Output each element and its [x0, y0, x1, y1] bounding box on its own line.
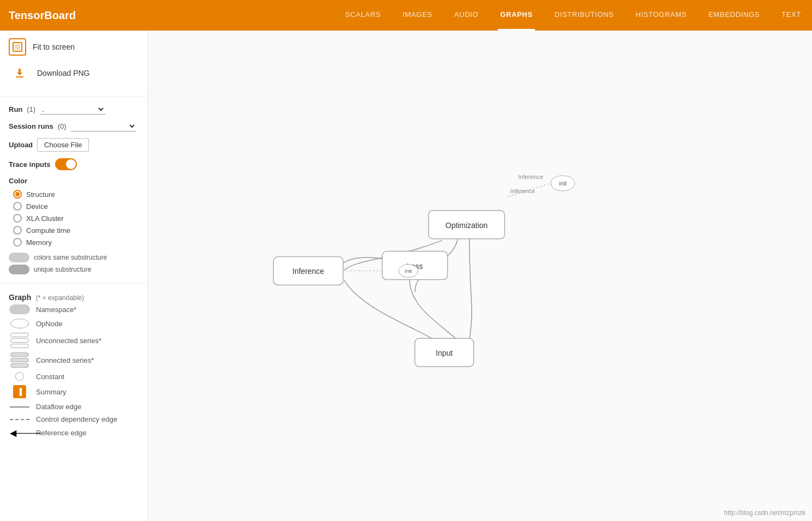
same-substructure-label: colors same substructure — [34, 254, 107, 261]
nav-histograms[interactable]: HISTOGRAMS — [634, 0, 689, 31]
upload-label: Upload — [9, 141, 33, 149]
opnode-icon — [9, 319, 31, 328]
nav-scalars[interactable]: SCALARS — [343, 0, 383, 31]
legend-dataflow: Dataflow edge — [9, 400, 139, 413]
download-png-row[interactable]: Download PNG — [9, 59, 139, 87]
nav-images[interactable]: IMAGES — [400, 0, 434, 31]
fit-section: Fit to screen Download PNG — [0, 31, 148, 92]
trace-inputs-toggle[interactable] — [55, 158, 77, 170]
main-layout: Fit to screen Download PNG Run (1) . Ses — [0, 31, 812, 521]
fit-to-screen-icon — [9, 38, 26, 56]
legend-reference-label: Reference edge — [36, 429, 87, 437]
download-png-label: Download PNG — [37, 69, 90, 77]
legend-opnode: OpNode — [9, 316, 139, 331]
node-inference-label: Inference — [292, 267, 324, 276]
run-select[interactable]: . — [40, 104, 105, 115]
constant-icon — [9, 372, 31, 381]
radio-xla-label: XLA Cluster — [26, 214, 64, 223]
dataflow-icon — [9, 406, 31, 408]
reference-arrow: ◀──── — [10, 428, 29, 438]
graph-subtitle: (* = expandable) — [36, 294, 84, 302]
legend-namespace-label: Namespace* — [36, 306, 76, 314]
session-count: (0) — [58, 122, 67, 130]
namespace-icon — [9, 304, 31, 314]
nav-text[interactable]: TEXT — [779, 0, 803, 31]
legend-control: Control dependency edge — [9, 413, 139, 426]
choose-file-button[interactable]: Choose File — [37, 138, 89, 152]
legend-unconnected: Unconnected series* — [9, 331, 139, 350]
edge-opt-input — [470, 232, 472, 342]
run-count: (1) — [27, 105, 35, 113]
legend-reference: ◀──── Reference edge — [9, 426, 139, 440]
legend-connected: Connected series* — [9, 350, 139, 370]
node-init-large-label: init — [559, 180, 567, 187]
legend-connected-label: Connected series* — [36, 356, 94, 364]
inference-top-label: Inference — [518, 173, 543, 180]
radio-device-label: Device — [26, 202, 48, 211]
sidebar: Fit to screen Download PNG Run (1) . Ses — [0, 31, 148, 521]
trace-inputs-row: Trace inputs — [0, 155, 148, 173]
divider-2 — [0, 283, 148, 284]
divider-1 — [0, 96, 148, 97]
nav-embeddings[interactable]: EMBEDDINGS — [706, 0, 762, 31]
radio-compute[interactable]: Compute time — [0, 224, 148, 236]
brand-title: TensorBoard — [9, 9, 76, 22]
radio-compute-circle[interactable] — [13, 226, 22, 235]
legend-summary: ▐ Summary — [9, 383, 139, 400]
fit-to-screen-label: Fit to screen — [33, 43, 75, 51]
node-init-small-label: init — [405, 268, 412, 274]
session-label: Session runs — [9, 122, 53, 130]
radio-memory-circle[interactable] — [13, 238, 22, 247]
legend-namespace: Namespace* — [9, 302, 139, 316]
radio-device-circle[interactable] — [13, 202, 22, 211]
legend-summary-label: Summary — [36, 388, 67, 396]
radio-structure[interactable]: Structure — [0, 188, 148, 200]
legend-constant: Constant — [9, 370, 139, 383]
summary-chart-icon: ▐ — [13, 385, 26, 398]
node-optimization-label: Optimization — [446, 221, 488, 230]
node-input-label: Input — [436, 349, 453, 357]
reference-icon: ◀──── — [9, 428, 31, 438]
watermark: http://blog.csdn.net/mzpmzk — [724, 509, 805, 517]
radio-device[interactable]: Device — [0, 200, 148, 212]
color-label: Color — [9, 177, 27, 185]
unique-substructure-row: unique substructure — [9, 264, 139, 276]
edge-loss-input — [410, 278, 459, 341]
legend-opnode-label: OpNode — [36, 320, 62, 328]
color-label-row: Color — [0, 173, 148, 188]
unique-substructure-label: unique substructure — [34, 266, 91, 273]
radio-memory[interactable]: Memory — [0, 236, 148, 248]
inference-edge-label: Inference — [510, 188, 535, 194]
graph-section: Graph (* = expandable) Namespace* OpNode — [0, 288, 148, 445]
download-icon — [9, 62, 31, 84]
nav-graphs[interactable]: GRAPHS — [498, 0, 535, 31]
nav-distributions[interactable]: DISTRIBUTIONS — [552, 0, 616, 31]
edge-inf-input — [344, 280, 437, 341]
radio-structure-circle[interactable] — [13, 190, 22, 199]
legend-control-label: Control dependency edge — [36, 415, 117, 423]
session-select[interactable] — [71, 121, 136, 131]
top-nav: TensorBoard SCALARS IMAGES AUDIO GRAPHS … — [0, 0, 812, 31]
radio-xla-circle[interactable] — [13, 214, 22, 223]
fit-to-screen-row[interactable]: Fit to screen — [9, 35, 139, 59]
same-substructure-swatch — [9, 253, 29, 262]
trace-inputs-label: Trace inputs — [9, 160, 51, 169]
radio-inner-structure — [15, 192, 20, 196]
unconnected-icon — [9, 333, 31, 348]
nav-items: SCALARS IMAGES AUDIO GRAPHS DISTRIBUTION… — [343, 0, 803, 31]
svg-rect-1 — [15, 44, 20, 50]
graph-svg: Inference Optimization Loss Inference In… — [148, 31, 812, 521]
graph-canvas[interactable]: Inference Optimization Loss Inference In… — [148, 31, 812, 521]
radio-compute-label: Compute time — [26, 226, 70, 235]
radio-xla[interactable]: XLA Cluster — [0, 212, 148, 224]
connected-icon — [9, 352, 31, 368]
legend-constant-label: Constant — [36, 373, 64, 381]
run-row: Run (1) . — [0, 101, 148, 118]
nav-audio[interactable]: AUDIO — [452, 0, 480, 31]
control-icon — [9, 419, 31, 420]
unique-substructure-swatch — [9, 265, 29, 274]
radio-memory-label: Memory — [26, 238, 52, 247]
color-swatches: colors same substructure unique substruc… — [0, 248, 148, 279]
summary-icon-legend: ▐ — [9, 385, 31, 398]
run-label: Run — [9, 105, 22, 113]
